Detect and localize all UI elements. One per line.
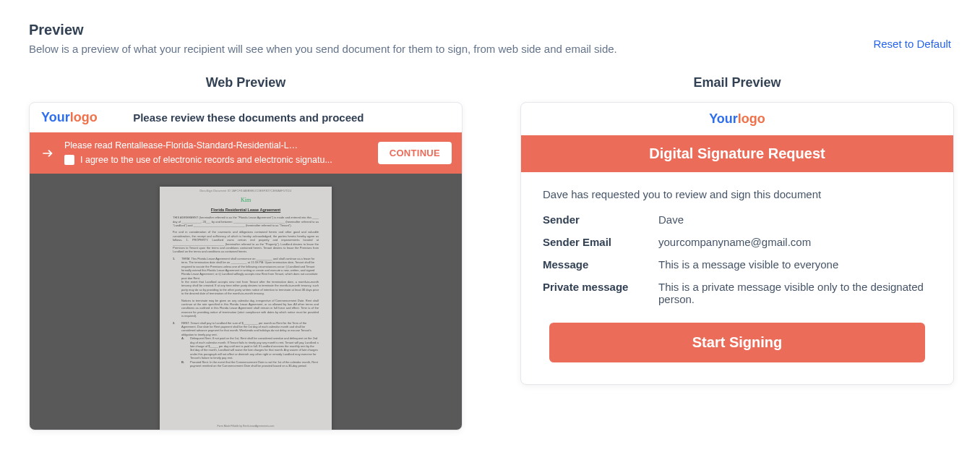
email-body: Dave has requested you to review and sig… [521, 172, 953, 384]
doc-t3: Delinquent Rent. If not paid on the 1st,… [190, 336, 319, 360]
web-review-title: Please review these documents and procee… [47, 111, 450, 124]
web-preview-title: Web Preview [29, 75, 463, 90]
web-topbar: Yourlogo Please review these documents a… [30, 103, 462, 132]
sender-label: Sender [543, 213, 658, 226]
preview-page: Preview Below is a preview of what your … [0, 0, 980, 463]
doc-t1b: In the event that Landlord accepts new r… [181, 280, 319, 296]
consent-checkbox[interactable] [64, 155, 74, 165]
web-preview-column: Web Preview Yourlogo Please review these… [29, 75, 463, 430]
doc-footer: Form Made Fillable by RentLeaseAgreement… [160, 425, 332, 428]
document-page: DocuSign Document ID 1AFCFD4A8B8E51C3E8F… [160, 187, 332, 430]
consent-line1: Please read Rentallease-Florida-Standard… [64, 140, 303, 153]
page-title: Preview [29, 22, 617, 38]
sender-email-label: Sender Email [543, 236, 658, 248]
reset-to-default-link[interactable]: Reset to Default [873, 38, 951, 50]
doc-n3: A. [181, 336, 187, 360]
row-sender-email: Sender Email yourcompanyname@gmail.com [543, 236, 932, 248]
start-signing-button[interactable]: Start Signing [549, 323, 925, 362]
doc-meta: DocuSign Document ID 1AFCFD4A8B8E51C3E8F… [160, 190, 332, 193]
doc-item-2: 2. RENT. Tenant shall pay to Landlord th… [173, 321, 319, 337]
doc-heading: Florida Residential Lease Agreement [173, 208, 319, 213]
signature-request-bar: Digital Signature Request [521, 135, 953, 172]
header-left: Preview Below is a preview of what your … [29, 22, 617, 55]
doc-n2: 2. [173, 321, 179, 337]
message-label: Message [543, 258, 658, 271]
row-sender: Sender Dave [543, 213, 932, 226]
email-preview-title: Email Preview [520, 75, 954, 90]
consent-agree-text: I agree to the use of electronic records… [80, 154, 332, 167]
private-message-value: This is a private message visible only t… [658, 281, 932, 305]
doc-item-4: B. Prorated Rent. In the event that the … [181, 360, 319, 368]
brand-your: Your [709, 111, 738, 126]
consent-bar: Please read Rentallease-Florida-Standard… [30, 132, 462, 174]
brand-logo: Yourlogo [709, 111, 765, 127]
message-value: This is a message visible to everyone [658, 258, 932, 271]
private-message-label: Private message [543, 281, 658, 305]
doc-t1: TERM. This Florida Lease Agreement shall… [181, 257, 319, 280]
doc-t4: Prorated Rent. In the event that the Com… [190, 360, 319, 368]
email-intro: Dave has requested you to review and sig… [543, 188, 932, 200]
web-preview-card: Yourlogo Please review these documents a… [29, 102, 463, 430]
email-preview-column: Email Preview Yourlogo Digital Signature… [520, 75, 954, 385]
consent-line2: I agree to the use of electronic records… [64, 154, 369, 167]
row-private-message: Private message This is a private messag… [543, 281, 932, 305]
consent-text: Please read Rentallease-Florida-Standard… [64, 140, 369, 166]
doc-n1: 1. [173, 257, 179, 280]
doc-t2: RENT. Tenant shall pay to Landlord the s… [181, 321, 319, 337]
doc-p1: THIS AGREEMENT (hereinafter referred to … [173, 216, 319, 227]
sender-email-value: yourcompanyname@gmail.com [658, 236, 932, 248]
doc-p2: For and in consideration of the covenant… [173, 230, 319, 253]
doc-t1c: Notices to terminate may be given on any… [181, 299, 319, 318]
doc-n4: B. [181, 360, 187, 368]
header-row: Preview Below is a preview of what your … [29, 22, 951, 55]
sender-value: Dave [658, 213, 932, 226]
row-message: Message This is a message visible to eve… [543, 258, 932, 271]
doc-item-1: 1. TERM. This Florida Lease Agreement sh… [173, 257, 319, 280]
arrow-right-icon [40, 145, 56, 161]
doc-item-3: A. Delinquent Rent. If not paid on the 1… [181, 336, 319, 360]
brand-logo-text: logo [738, 111, 765, 126]
continue-button[interactable]: CONTINUE [378, 142, 452, 164]
doc-signature: Kim [173, 197, 319, 205]
email-topbar: Yourlogo [521, 103, 953, 135]
email-preview-card: Yourlogo Digital Signature Request Dave … [520, 102, 954, 385]
preview-columns: Web Preview Yourlogo Please review these… [29, 75, 951, 430]
page-subtitle: Below is a preview of what your recipien… [29, 43, 617, 55]
document-viewport: DocuSign Document ID 1AFCFD4A8B8E51C3E8F… [30, 174, 462, 430]
